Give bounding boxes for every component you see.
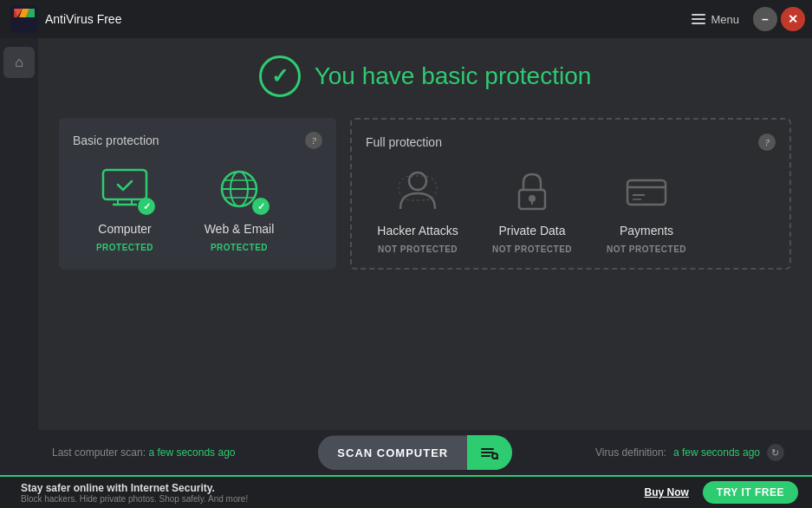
computer-icon-wrap: ✓ [94, 163, 155, 215]
scan-button-icon [467, 435, 512, 470]
computer-name: Computer [98, 222, 151, 236]
card-icon [620, 167, 672, 215]
full-card-header: Full protection ? [366, 134, 776, 151]
checkmark-icon: ✓ [271, 64, 289, 88]
bottom-bar: Last computer scan: a few seconds ago SC… [0, 430, 812, 475]
scan-computer-button[interactable]: SCAN COMPUTER [318, 435, 512, 470]
svg-rect-5 [103, 170, 146, 199]
private-data-icon-wrap [502, 165, 562, 217]
promo-main-text: Stay safer online with Internet Security… [21, 482, 248, 494]
menu-button[interactable]: Menu [692, 13, 739, 26]
menu-icon [692, 14, 705, 24]
web-email-item[interactable]: ✓ Web & Email PROTECTED [187, 163, 291, 252]
close-button[interactable]: ✕ [781, 7, 805, 31]
promo-text: Stay safer online with Internet Security… [21, 482, 248, 504]
scan-button-label: SCAN COMPUTER [318, 436, 467, 470]
web-protected-badge: ✓ [252, 198, 270, 215]
app-name-label: AntiVirus Free [45, 12, 121, 26]
scan-icon [481, 446, 498, 459]
virus-def-label: Virus definition: [595, 446, 666, 459]
title-bar: AntiVirus Free Menu – ✕ [0, 0, 812, 38]
cards-container: Basic protection ? ✓ Computer [59, 118, 791, 270]
sidebar: ⌂ [0, 38, 38, 430]
main-content: ✓ You have basic protection Basic protec… [38, 38, 812, 430]
computer-item[interactable]: ✓ Computer PROTECTED [73, 163, 177, 252]
hacker-attacks-item[interactable]: Hacker Attacks NOT PROTECTED [366, 165, 470, 254]
web-email-icon-wrap: ✓ [209, 163, 270, 215]
computer-status: PROTECTED [96, 243, 153, 252]
web-email-name: Web & Email [205, 222, 275, 236]
private-data-item[interactable]: Private Data NOT PROTECTED [480, 165, 584, 254]
full-card-help[interactable]: ? [758, 134, 776, 151]
basic-protection-card: Basic protection ? ✓ Computer [59, 118, 336, 270]
try-free-button[interactable]: TRY IT FREE [703, 481, 798, 504]
home-button[interactable]: ⌂ [3, 47, 35, 78]
svg-line-26 [497, 458, 498, 459]
last-scan-info: Last computer scan: a few seconds ago [52, 446, 235, 459]
hacker-icon [392, 167, 444, 215]
window-controls: Menu – ✕ [692, 7, 805, 31]
app-logo: AntiVirus Free [10, 5, 121, 33]
promo-sub-text: Block hackers. Hide private photos. Shop… [21, 494, 248, 504]
payments-item[interactable]: Payments NOT PROTECTED [594, 165, 698, 254]
hacker-icon-wrap [387, 165, 448, 217]
status-check-circle: ✓ [259, 55, 301, 97]
lock-icon [506, 167, 558, 215]
payments-status: NOT PROTECTED [607, 244, 686, 254]
full-card-title: Full protection [366, 135, 442, 149]
payments-icon-wrap [616, 165, 677, 217]
refresh-icon[interactable]: ↻ [767, 444, 784, 461]
full-protection-items: Hacker Attacks NOT PROTECTED Private Dat… [366, 165, 776, 254]
private-data-status: NOT PROTECTED [492, 244, 572, 254]
basic-card-title: Basic protection [73, 134, 159, 147]
buy-now-button[interactable]: Buy Now [644, 486, 688, 498]
status-header: ✓ You have basic protection [259, 55, 592, 97]
hacker-name: Hacker Attacks [377, 224, 458, 238]
minimize-button[interactable]: – [753, 7, 777, 31]
basic-card-help[interactable]: ? [305, 132, 322, 149]
last-scan-label: Last computer scan: [52, 446, 146, 459]
private-data-name: Private Data [498, 224, 565, 238]
hacker-status: NOT PROTECTED [378, 244, 458, 254]
basic-card-header: Basic protection ? [73, 132, 322, 149]
basic-protection-items: ✓ Computer PROTECTED [73, 163, 322, 252]
promo-bar: Stay safer online with Internet Security… [0, 475, 812, 508]
svg-point-13 [409, 173, 426, 190]
svg-rect-18 [627, 180, 666, 205]
full-protection-card: Full protection ? Hacker Attacks NOT PRO… [350, 118, 791, 270]
promo-actions: Buy Now TRY IT FREE [644, 481, 798, 504]
computer-protected-badge: ✓ [138, 198, 155, 215]
virus-def-time[interactable]: a few seconds ago [673, 446, 760, 459]
home-icon: ⌂ [15, 55, 23, 70]
web-email-status: PROTECTED [211, 243, 268, 252]
menu-label: Menu [711, 13, 739, 26]
payments-name: Payments [620, 224, 673, 238]
last-scan-time[interactable]: a few seconds ago [148, 446, 235, 459]
virus-definition-info: Virus definition: a few seconds ago ↻ [595, 444, 784, 461]
status-title: You have basic protection [315, 62, 592, 90]
